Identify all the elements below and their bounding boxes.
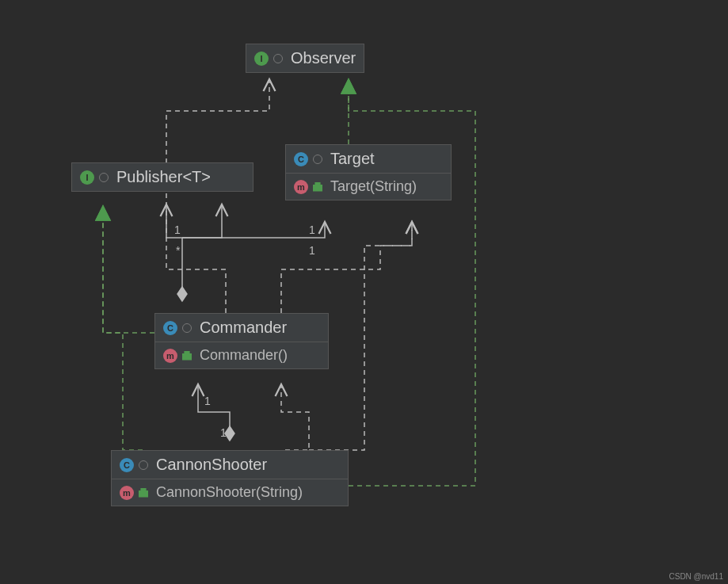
public-icon bbox=[139, 488, 148, 498]
method-icon: m bbox=[120, 486, 134, 500]
class-name-label: Target bbox=[330, 150, 375, 168]
watermark-label: CSDN @nvd11 bbox=[669, 572, 723, 581]
visibility-ring-icon bbox=[139, 460, 148, 470]
class-name-label: Publisher<T> bbox=[116, 168, 211, 186]
class-member: m Target(String) bbox=[286, 173, 451, 200]
multiplicity-label: 1 bbox=[204, 395, 211, 407]
class-header: C Target bbox=[286, 145, 451, 173]
interface-icon: I bbox=[80, 170, 94, 185]
visibility-ring-icon bbox=[313, 155, 322, 164]
public-icon bbox=[313, 182, 322, 192]
multiplicity-label: 1 bbox=[220, 426, 227, 439]
multiplicity-label: 1 bbox=[309, 223, 315, 236]
multiplicity-label: 1 bbox=[309, 244, 315, 257]
member-label: Commander() bbox=[200, 347, 288, 364]
class-header: I Publisher<T> bbox=[72, 163, 253, 191]
class-icon: C bbox=[294, 152, 308, 166]
class-observer[interactable]: I Observer bbox=[246, 44, 364, 73]
visibility-ring-icon bbox=[273, 54, 283, 63]
class-publisher[interactable]: I Publisher<T> bbox=[71, 162, 253, 192]
interface-icon: I bbox=[254, 52, 269, 66]
method-icon: m bbox=[163, 349, 177, 363]
class-header: I Observer bbox=[246, 44, 364, 72]
class-member: m CannonShooter(String) bbox=[112, 479, 348, 506]
class-cannonshooter[interactable]: C CannonShooter m CannonShooter(String) bbox=[111, 450, 349, 506]
visibility-ring-icon bbox=[99, 173, 109, 182]
member-label: CannonShooter(String) bbox=[156, 484, 303, 501]
class-name-label: CannonShooter bbox=[156, 456, 267, 474]
class-name-label: Commander bbox=[200, 319, 287, 337]
visibility-ring-icon bbox=[182, 323, 192, 333]
class-icon: C bbox=[163, 321, 177, 335]
multiplicity-label: * bbox=[176, 244, 180, 257]
method-icon: m bbox=[294, 180, 308, 194]
public-icon bbox=[182, 351, 192, 361]
class-target[interactable]: C Target m Target(String) bbox=[285, 144, 452, 200]
multiplicity-label: 1 bbox=[174, 223, 181, 236]
class-commander[interactable]: C Commander m Commander() bbox=[154, 313, 329, 369]
class-icon: C bbox=[120, 458, 134, 472]
class-name-label: Observer bbox=[291, 49, 356, 67]
member-label: Target(String) bbox=[330, 178, 417, 195]
class-header: C CannonShooter bbox=[112, 451, 348, 479]
class-member: m Commander() bbox=[155, 342, 328, 368]
class-header: C Commander bbox=[155, 314, 328, 342]
